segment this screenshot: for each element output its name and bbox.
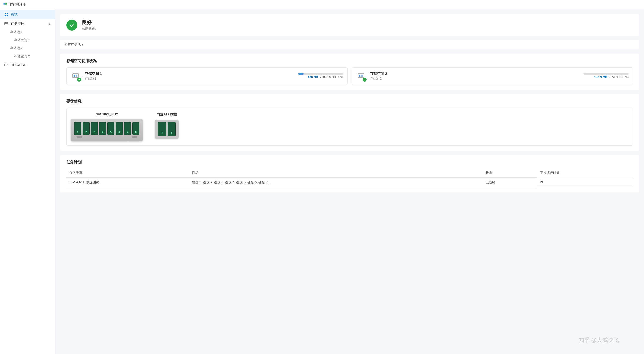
task-table: 任务类型 目标 状态 下次运行时间 ↑ S.M.A.R.T. 快速测试 硬盘 1… bbox=[66, 169, 633, 187]
status-description: 系统良好。 bbox=[82, 26, 98, 31]
svg-rect-15 bbox=[73, 74, 79, 78]
svg-rect-5 bbox=[7, 13, 8, 14]
nas-bay-8: 8 bbox=[132, 122, 139, 135]
col-next-run[interactable]: 下次运行时间 ↑ bbox=[537, 169, 633, 177]
svg-rect-18 bbox=[358, 74, 364, 78]
check-badge-2 bbox=[363, 78, 367, 82]
nas-foot-left bbox=[77, 136, 82, 138]
nas-bay-1: 1 bbox=[74, 122, 81, 135]
app-icon bbox=[3, 2, 8, 7]
usage-pct-1: 12% bbox=[338, 76, 343, 79]
sidebar-item-pool1[interactable]: 存储池 1 bbox=[0, 28, 55, 36]
nas-unit: NAS1821_PHY 1 2 3 4 5 6 7 8 bbox=[71, 112, 143, 141]
task-schedule-title: 任务计划 bbox=[66, 160, 633, 165]
filter-label: 所有存储池 bbox=[64, 42, 81, 47]
col-status: 状态 bbox=[482, 169, 537, 177]
svg-point-13 bbox=[7, 65, 8, 65]
task-schedule-section: 任务计划 任务类型 目标 状态 下次运行时间 ↑ S.M.A. bbox=[60, 155, 639, 192]
nas-label: NAS1821_PHY bbox=[71, 112, 143, 116]
hdd-icon bbox=[4, 63, 9, 67]
sidebar-item-space2[interactable]: 存储空间 2 bbox=[0, 52, 55, 60]
sidebar-label-overview: 总览 bbox=[11, 12, 18, 17]
storage-icon-1 bbox=[71, 71, 81, 81]
usage-used-1: 100 GB bbox=[308, 76, 318, 79]
nas-bay-3: 3 bbox=[91, 122, 98, 135]
storage-pool-1: 存储池 1 bbox=[85, 77, 289, 81]
storage-name-1: 存储空间 1 bbox=[85, 72, 289, 76]
chevron-up-icon: ▲ bbox=[48, 22, 51, 25]
usage-text-2: 140.3 GB / 52.3 TB 0% bbox=[594, 76, 629, 79]
filter-dropdown[interactable]: 所有存储池 ▾ bbox=[64, 42, 83, 47]
storage-icon-2 bbox=[356, 71, 366, 81]
main-content: 良好 系统良好。 所有存储池 ▾ 存储空间使用状况 bbox=[55, 9, 644, 354]
sidebar-item-storage-space[interactable]: 存储空间 ▲ bbox=[0, 19, 55, 28]
storage-name-2: 存储空间 2 bbox=[370, 72, 574, 76]
usage-bar-1 bbox=[298, 73, 343, 75]
svg-rect-19 bbox=[359, 75, 360, 77]
svg-rect-4 bbox=[5, 13, 6, 14]
nas-bays-row: 1 2 3 4 5 6 7 8 bbox=[74, 122, 139, 135]
box-icon bbox=[4, 21, 9, 26]
svg-rect-16 bbox=[74, 75, 75, 77]
col-target: 目标 bbox=[189, 169, 482, 177]
storage-usage-right-2: 140.3 GB / 52.3 TB 0% bbox=[578, 73, 629, 79]
m2-slot-2: 2 bbox=[168, 122, 176, 136]
sidebar-label-storage-space: 存储空间 bbox=[11, 21, 25, 26]
storage-card-1: 存储空间 1 存储池 1 100 GB / 848.6 GB 12% bbox=[66, 67, 348, 85]
nas-bay-2: 2 bbox=[83, 122, 90, 135]
storage-usage-grid: 存储空间 1 存储池 1 100 GB / 848.6 GB 12% bbox=[66, 67, 633, 85]
task-type: S.M.A.R.T. 快速测试 bbox=[66, 177, 189, 187]
usage-pct-2: 0% bbox=[625, 76, 629, 79]
svg-rect-1 bbox=[4, 4, 5, 5]
storage-info-1: 存储空间 1 存储池 1 bbox=[85, 72, 289, 81]
storage-card-2: 存储空间 2 存储池 2 140.3 GB / 52.3 TB 0% bbox=[352, 67, 633, 85]
disk-info-title: 硬盘信息 bbox=[66, 99, 633, 104]
svg-rect-3 bbox=[5, 4, 7, 5]
grid-icon bbox=[4, 12, 9, 17]
m2-slot-1: 1 bbox=[158, 122, 166, 136]
table-row: S.M.A.R.T. 快速测试 硬盘 1, 硬盘 2, 硬盘 3, 硬盘 4, … bbox=[66, 177, 633, 187]
usage-used-2: 140.3 GB bbox=[594, 76, 607, 79]
title-bar: 存储管理器 bbox=[0, 0, 644, 9]
task-status: 已就绪 bbox=[482, 177, 537, 187]
nas-feet bbox=[74, 136, 139, 138]
usage-total-2: 52.3 TB bbox=[612, 76, 623, 79]
dropdown-arrow-icon: ▾ bbox=[82, 43, 83, 46]
usage-bar-2 bbox=[583, 73, 629, 75]
nas-bay-7: 7 bbox=[124, 122, 131, 135]
svg-rect-2 bbox=[5, 3, 7, 4]
m2-unit: 内置 M.2 插槽 1 2 bbox=[155, 112, 179, 139]
nas-bay-5: 5 bbox=[107, 122, 114, 135]
storage-usage-title: 存储空间使用状况 bbox=[66, 59, 633, 63]
filter-bar: 所有存储池 ▾ bbox=[60, 40, 639, 49]
sidebar-item-space1[interactable]: 存储空间 1 bbox=[0, 36, 55, 44]
status-info: 良好 系统良好。 bbox=[82, 19, 98, 31]
m2-chassis: 1 2 bbox=[155, 120, 179, 139]
usage-text-1: 100 GB / 848.6 GB 12% bbox=[308, 76, 343, 79]
status-card: 良好 系统良好。 bbox=[60, 14, 639, 36]
svg-rect-0 bbox=[4, 3, 5, 4]
usage-divider-1: / bbox=[320, 76, 321, 79]
sort-arrow-icon: ↑ bbox=[561, 172, 562, 174]
status-icon bbox=[66, 20, 77, 31]
svg-rect-8 bbox=[5, 22, 8, 25]
usage-total-1: 848.6 GB bbox=[323, 76, 336, 79]
storage-pool-2: 存储池 2 bbox=[370, 77, 574, 81]
nas-bay-6: 6 bbox=[116, 122, 123, 135]
disk-info-section: 硬盘信息 NAS1821_PHY 1 2 3 4 5 6 7 bbox=[60, 94, 639, 151]
m2-label: 内置 M.2 插槽 bbox=[155, 112, 179, 117]
storage-usage-right-1: 100 GB / 848.6 GB 12% bbox=[293, 73, 343, 79]
sidebar-label-hdd-ssd: HDD/SSD bbox=[11, 63, 26, 67]
nas-foot-right bbox=[132, 136, 137, 138]
sidebar-item-pool2[interactable]: 存储池 2 bbox=[0, 44, 55, 52]
nas-diagram-area: NAS1821_PHY 1 2 3 4 5 6 7 8 bbox=[66, 108, 633, 146]
storage-info-2: 存储空间 2 存储池 2 bbox=[370, 72, 574, 81]
sidebar: 总览 存储空间 ▲ 存储池 1 存储空间 1 存储池 2 存储空间 2 bbox=[0, 9, 55, 354]
nas-bay-4: 4 bbox=[99, 122, 106, 135]
usage-divider-2: / bbox=[609, 76, 610, 79]
nas-chassis: 1 2 3 4 5 6 7 8 bbox=[71, 119, 143, 141]
sidebar-item-hdd-ssd[interactable]: HDD/SSD bbox=[0, 60, 55, 69]
check-badge-1 bbox=[77, 78, 81, 82]
sidebar-item-overview[interactable]: 总览 bbox=[0, 10, 55, 19]
svg-rect-7 bbox=[7, 15, 8, 16]
